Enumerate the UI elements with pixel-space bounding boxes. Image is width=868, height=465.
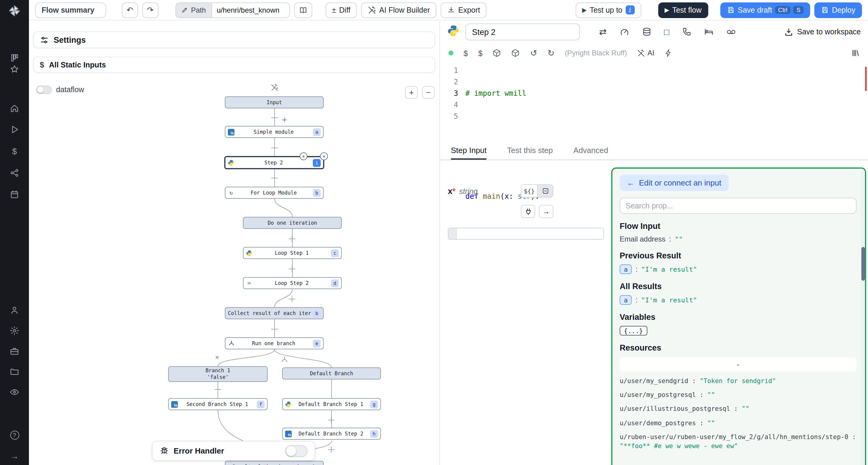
form-editor-toggle-button[interactable] — [538, 184, 553, 198]
user-icon[interactable] — [0, 303, 29, 318]
rotate-cw-icon[interactable]: ↻ — [547, 48, 554, 58]
insert-step-button[interactable] — [271, 175, 278, 181]
swap-icon[interactable]: ⇄ — [599, 27, 607, 37]
insert-step-button[interactable] — [289, 235, 296, 242]
docs-button[interactable] — [294, 2, 312, 18]
code-editor[interactable]: 1 2 3 4 5 # import wmill def main(x: str… — [440, 63, 868, 142]
folders-icon[interactable] — [0, 364, 29, 379]
gauge-icon[interactable] — [619, 27, 629, 37]
flow-settings-card[interactable]: Settings — [33, 31, 435, 48]
error-handler-toggle[interactable] — [285, 445, 307, 457]
resource-row[interactable]: u/user/illustrious_postgresql : "" — [620, 404, 857, 413]
insert-step-button[interactable] — [289, 266, 296, 272]
error-handler-card[interactable]: Error Handler — [152, 441, 315, 461]
undo-button[interactable]: ↶ — [122, 2, 138, 18]
node-loop-step-1[interactable]: Loop Step 1 c — [243, 247, 342, 259]
redo-button[interactable]: ↷ — [142, 2, 158, 18]
save-draft-button[interactable]: Save draft Ctrl S — [720, 2, 810, 18]
edit-connect-input-button[interactable]: ← Edit or connect an input — [620, 175, 728, 191]
step-id-chip[interactable]: a — [620, 295, 632, 305]
node-default-branch-step-1[interactable]: Default Branch Step 1 g — [282, 398, 381, 410]
node-do-one-iteration[interactable]: Do one iteration — [243, 217, 342, 229]
zoom-in-button[interactable]: + — [405, 86, 418, 99]
arrow-right-button[interactable]: → — [539, 205, 553, 218]
add-branch-icon[interactable] — [281, 355, 288, 366]
voicemail-icon[interactable] — [726, 27, 736, 37]
node-input[interactable]: Input — [225, 96, 324, 108]
resource-row[interactable]: u/user/my_postgresql : "" — [620, 390, 857, 399]
node-default-branch[interactable]: Default Branch — [282, 367, 381, 379]
node-collect-result[interactable]: Collect result of each iteration b — [225, 307, 324, 319]
static-inputs-card[interactable]: $ All Static Inputs — [33, 57, 435, 73]
resource-row[interactable]: u/user/demo_postgres : "" — [620, 418, 857, 427]
collapse-arrow-icon[interactable]: → — [0, 449, 29, 463]
step-id-chip[interactable]: a — [620, 264, 632, 274]
previous-result-row[interactable]: a : "I'm a result" — [620, 264, 857, 274]
insert-step-button[interactable] — [271, 144, 278, 151]
dataflow-toggle[interactable] — [36, 86, 52, 94]
variables-chip[interactable]: {...} — [620, 326, 647, 335]
audit-eye-icon[interactable] — [0, 385, 29, 399]
package-icon[interactable] — [512, 49, 520, 57]
node-for-loop[interactable]: ↻ For Loop Module b — [225, 187, 324, 199]
remove-step-circle-button[interactable]: × — [320, 153, 328, 160]
zoom-out-button[interactable]: − — [422, 86, 435, 99]
workers-briefcase-icon[interactable] — [0, 344, 29, 358]
expression-toggle-button[interactable]: ${} — [521, 184, 538, 198]
gear-icon[interactable] — [0, 324, 29, 338]
dollar-icon[interactable]: $ — [478, 48, 482, 58]
square-icon[interactable]: □ — [664, 27, 669, 37]
test-flow-button[interactable]: ▶ Test flow — [658, 2, 708, 18]
ai-wand-disabled-icon[interactable] — [271, 83, 278, 94]
resources-hub-icon[interactable] — [0, 166, 29, 180]
ai-flow-builder-button[interactable]: AI Flow Builder — [361, 2, 436, 18]
flow-summary-input[interactable] — [35, 2, 106, 18]
schedules-calendar-icon[interactable] — [0, 187, 29, 202]
insert-step-button[interactable] — [271, 114, 278, 121]
argument-value-input[interactable] — [448, 228, 604, 240]
insert-step-button[interactable] — [215, 386, 221, 393]
insert-step-button[interactable] — [328, 417, 335, 424]
node-branch-1[interactable]: Branch 1 'false' — [168, 366, 268, 382]
sparkles-icon[interactable] — [281, 114, 287, 125]
windmill-logo[interactable] — [0, 4, 29, 18]
help-icon[interactable]: ? — [0, 428, 29, 442]
insert-step-button[interactable] — [328, 446, 335, 453]
variables-dollar-icon[interactable]: $ — [0, 144, 29, 158]
scrollbar-track[interactable] — [861, 169, 865, 465]
add-step-circle-button[interactable]: + — [300, 153, 307, 160]
save-to-workspace-button[interactable]: Save to workspace — [784, 27, 861, 36]
ai-assistant-button[interactable]: AI — [637, 49, 654, 57]
scrollbar-thumb[interactable] — [861, 247, 865, 281]
path-input[interactable] — [211, 2, 290, 18]
node-run-one-branch[interactable]: Run one branch e — [225, 337, 324, 350]
resource-row[interactable]: u/ruben-user/u/ruben-user/my_flow_2/g/al… — [620, 432, 857, 451]
rotate-ccw-icon[interactable]: ↺ — [530, 48, 537, 58]
all-results-row[interactable]: a : "I'm a result" — [620, 295, 857, 305]
plug-button[interactable] — [521, 205, 535, 218]
deploy-button[interactable]: Deploy — [814, 2, 862, 18]
resource-row[interactable]: u/user/my_sendgrid : "Token for sendgrid… — [620, 376, 857, 386]
step-name-input[interactable] — [465, 24, 580, 40]
node-simple-module[interactable]: ts Simple module a — [225, 126, 324, 138]
phone-icon[interactable] — [682, 27, 691, 37]
home-icon[interactable] — [0, 101, 29, 115]
star-icon[interactable] — [0, 62, 29, 76]
diff-button[interactable]: ± Diff — [325, 2, 357, 18]
path-button[interactable]: Path — [176, 2, 211, 18]
search-prop-input[interactable] — [620, 198, 857, 214]
node-loop-step-2[interactable]: ∞ Loop Step 2 d — [243, 277, 342, 289]
variables-row[interactable]: {...} — [620, 326, 857, 335]
lightning-icon[interactable] — [664, 49, 673, 57]
remove-branch-icon[interactable]: × — [215, 354, 219, 361]
node-second-branch-step-1[interactable]: ts Second Branch Step 1 f — [168, 398, 268, 410]
node-default-branch-step-2[interactable]: ts Default Branch Step 2 h — [282, 428, 381, 440]
runs-play-icon[interactable] — [0, 122, 29, 137]
dollar-icon[interactable]: $ — [464, 48, 468, 58]
insert-step-button[interactable] — [271, 326, 278, 332]
package-icon[interactable] — [493, 49, 501, 57]
flow-input-row[interactable]: Email address : "" — [620, 235, 857, 243]
node-step-2[interactable]: Step 2 i — [224, 156, 324, 169]
library-panel-icon[interactable] — [851, 49, 860, 57]
node-result[interactable]: Result of the chosen branch — [225, 461, 324, 465]
